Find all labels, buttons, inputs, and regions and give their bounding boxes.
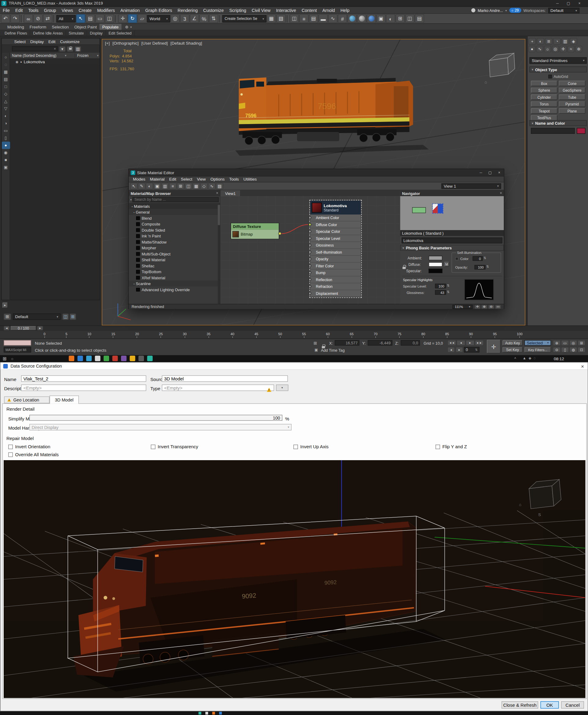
toolbar-icon[interactable]: ◫: [405, 14, 415, 23]
toolbar-icon[interactable]: ▬: [319, 14, 328, 23]
scene-item-row[interactable]: ◉ ● Lokomotiva: [10, 59, 100, 65]
spinner-icon[interactable]: ⇅: [447, 284, 450, 288]
name-field[interactable]: [21, 376, 146, 382]
navigator-header[interactable]: Navigator ×: [400, 190, 504, 196]
viewport-menu-pov[interactable]: [Orthographic]: [112, 41, 139, 45]
browser-subgroup[interactable]: - Scanline: [129, 280, 220, 287]
chevron-down-icon[interactable]: ▾: [130, 25, 132, 29]
menu-item[interactable]: Graph Editors: [142, 7, 175, 14]
cancel-button[interactable]: Cancel: [561, 701, 584, 709]
sme-toolbar-icon[interactable]: ◐: [146, 183, 153, 189]
opacity-value[interactable]: 100: [475, 265, 486, 270]
viewport-nav-icon[interactable]: ◍: [569, 347, 577, 353]
command-tab-icon[interactable]: ≣: [545, 38, 552, 45]
menu-item[interactable]: Tools: [26, 7, 41, 14]
type-dropdown-button[interactable]: ▾: [276, 385, 289, 391]
sme-toolbar-icon[interactable]: ◇: [201, 183, 208, 189]
minimize-icon[interactable]: ─: [477, 170, 486, 176]
key-filters-button[interactable]: Key Filters...: [524, 347, 551, 353]
sort-icon[interactable]: ▾: [65, 54, 66, 58]
display-filter-icon[interactable]: ▣: [2, 164, 10, 171]
taskbar-app-icon[interactable]: [130, 356, 135, 361]
move-icon[interactable]: ✛: [118, 14, 127, 23]
taskbar-app-icon[interactable]: [198, 712, 202, 715]
slot-row[interactable]: Specular Level: [311, 235, 361, 242]
pan-view-button[interactable]: ✛: [487, 340, 501, 354]
sme-toolbar-icon[interactable]: ✎: [138, 183, 145, 189]
toolbar-icon[interactable]: ⇄: [43, 14, 52, 23]
invert-transparency-checkbox[interactable]: Invert Transparency: [151, 444, 198, 449]
filter-icon[interactable]: ▾: [59, 46, 66, 51]
command-tab-icon[interactable]: +: [529, 38, 536, 45]
minimize-icon[interactable]: ─: [552, 1, 563, 7]
sme-titlebar[interactable]: 3 Slate Material Editor ─ ▢ ×: [129, 169, 504, 176]
tray-icon[interactable]: ◈: [528, 356, 531, 361]
browser-item[interactable]: Multi/Sub-Object: [129, 251, 220, 257]
toolbar-icon[interactable]: ◐: [386, 14, 395, 23]
command-tab-icon[interactable]: ▥: [562, 38, 569, 45]
display-filter-icon[interactable]: □: [2, 83, 10, 90]
menu-item[interactable]: Help: [338, 7, 352, 14]
viewport-nav-icon[interactable]: ⊞: [578, 340, 586, 345]
snap-toggle-icon[interactable]: ⇅: [209, 14, 218, 23]
window-crossing-icon[interactable]: ◫: [105, 14, 114, 23]
canvas-nav-icon[interactable]: ✛: [475, 304, 481, 309]
set-key-button[interactable]: Set Key: [502, 347, 523, 353]
maximize-icon[interactable]: ▢: [486, 170, 495, 176]
close-refresh-button[interactable]: Close & Refresh: [502, 701, 538, 709]
ok-button[interactable]: OK: [541, 701, 559, 709]
taskbar-app-icon[interactable]: [219, 712, 222, 715]
sort-icon[interactable]: ▾: [97, 54, 99, 58]
taskbar-clock[interactable]: 08:12: [554, 357, 564, 361]
category-icon[interactable]: ✛: [560, 46, 567, 52]
browser-item[interactable]: Advanced Lighting Override: [129, 287, 220, 293]
render-setup-icon[interactable]: [357, 14, 366, 23]
ribbon-item[interactable]: Edit Selected: [106, 30, 135, 36]
taskbar-app-icon[interactable]: [139, 356, 144, 361]
flip-y-z-checkbox[interactable]: Flip Y and Z: [436, 444, 467, 449]
sme-menu-item[interactable]: Utilities: [241, 176, 259, 182]
ribbon-item[interactable]: Simulate: [66, 30, 87, 36]
override-materials-checkbox[interactable]: Override All Materials: [8, 452, 59, 457]
slot-row[interactable]: Specular Color: [311, 228, 361, 235]
viewport-nav-icon[interactable]: ▯: [561, 347, 569, 353]
material-editor-icon[interactable]: [348, 14, 357, 23]
z-coordinate-field[interactable]: 0,0: [401, 340, 420, 345]
sme-toolbar-icon[interactable]: ▦: [192, 183, 200, 189]
toolbar-icon[interactable]: ◫: [290, 14, 299, 23]
sme-toolbar-icon[interactable]: ∿: [208, 183, 215, 189]
filter-icon[interactable]: ▾: [130, 198, 132, 202]
display-filter-icon[interactable]: △: [2, 98, 10, 105]
menu-item[interactable]: Group: [41, 7, 59, 14]
specular-swatch[interactable]: [429, 269, 443, 273]
clear-search-icon[interactable]: ×: [54, 47, 56, 51]
scale-icon[interactable]: ▱: [138, 14, 147, 23]
primitive-button[interactable]: Teapot: [531, 108, 558, 114]
sme-menu-item[interactable]: Material: [148, 176, 167, 182]
slot-row[interactable]: Filter Color: [311, 263, 361, 270]
menu-item[interactable]: Interactive: [273, 7, 299, 14]
tray-icon[interactable]: ◌: [533, 356, 536, 361]
timeline-right-icon[interactable]: ►: [37, 326, 43, 331]
toolbar-icon[interactable]: ≡: [299, 14, 309, 23]
explorer-menu-item[interactable]: Edit: [46, 39, 58, 45]
browser-item[interactable]: Ink 'n Paint: [129, 233, 220, 239]
object-name-field[interactable]: [531, 128, 575, 134]
spinner-icon[interactable]: ⇅: [484, 256, 486, 260]
autogrid-row[interactable]: AutoGrid: [530, 74, 587, 80]
layout-tool-icon[interactable]: ⊞: [70, 314, 76, 320]
sme-menu-item[interactable]: Edit: [167, 176, 178, 182]
category-icon[interactable]: ●: [529, 46, 536, 52]
close-icon[interactable]: ×: [495, 170, 504, 176]
primitive-button[interactable]: Pyramid: [559, 102, 586, 107]
sme-menu-item[interactable]: Modes: [131, 176, 148, 182]
primitive-button[interactable]: Tube: [559, 94, 586, 100]
name-color-rollout[interactable]: ▾Name and Color: [530, 120, 587, 126]
tab-freeform[interactable]: Freeform: [27, 24, 49, 30]
taskbar-app-icon[interactable]: [112, 356, 118, 361]
transport-icon[interactable]: ◄◄: [447, 340, 456, 345]
toolbar-icon[interactable]: ▧: [277, 14, 286, 23]
menu-item[interactable]: Edit: [13, 7, 26, 14]
sme-toolbar-icon[interactable]: ↖: [130, 183, 138, 189]
ribbon-expand-icon[interactable]: ⊕: [125, 24, 128, 29]
